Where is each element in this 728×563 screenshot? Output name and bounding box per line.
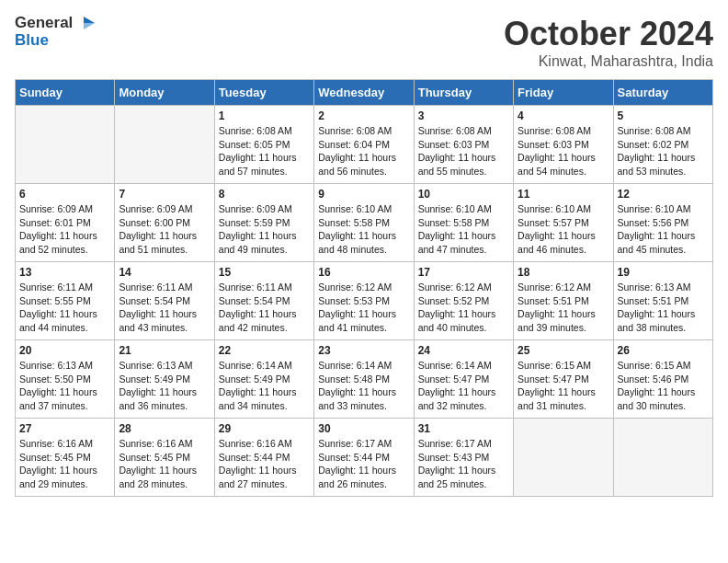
daylight-text: Daylight: 11 hours and 30 minutes. <box>618 385 709 412</box>
calendar-cell: 5 Sunrise: 6:08 AM Sunset: 6:02 PM Dayli… <box>613 106 712 184</box>
sunrise-text: Sunrise: 6:10 AM <box>518 202 609 216</box>
daylight-text: Daylight: 11 hours and 51 minutes. <box>119 229 210 256</box>
sunset-text: Sunset: 5:44 PM <box>318 451 409 465</box>
sunset-text: Sunset: 5:49 PM <box>219 373 310 386</box>
sunset-text: Sunset: 6:03 PM <box>518 138 609 152</box>
sunrise-text: Sunrise: 6:08 AM <box>219 124 310 138</box>
calendar-cell: 23 Sunrise: 6:14 AM Sunset: 5:48 PM Dayl… <box>314 340 414 419</box>
daylight-text: Daylight: 11 hours and 41 minutes. <box>318 307 409 334</box>
calendar-cell: 25 Sunrise: 6:15 AM Sunset: 5:47 PM Dayl… <box>514 340 613 419</box>
day-number: 6 <box>19 188 110 201</box>
day-number: 31 <box>418 422 509 435</box>
daylight-text: Daylight: 11 hours and 33 minutes. <box>318 385 409 412</box>
calendar-week-row: 1 Sunrise: 6:08 AM Sunset: 6:05 PM Dayli… <box>16 106 713 184</box>
logo-bird-icon <box>74 15 95 31</box>
daylight-text: Daylight: 11 hours and 37 minutes. <box>19 385 110 412</box>
daylight-text: Daylight: 11 hours and 43 minutes. <box>119 307 210 334</box>
sunrise-text: Sunrise: 6:11 AM <box>219 281 310 294</box>
sunrise-text: Sunrise: 6:13 AM <box>119 359 210 373</box>
sunset-text: Sunset: 5:53 PM <box>318 294 409 308</box>
sunset-text: Sunset: 5:52 PM <box>418 294 509 308</box>
location-title: Kinwat, Maharashtra, India <box>504 53 713 70</box>
sunset-text: Sunset: 5:49 PM <box>119 373 210 386</box>
calendar-cell: 7 Sunrise: 6:09 AM Sunset: 6:00 PM Dayli… <box>115 184 214 262</box>
day-number: 29 <box>219 422 310 435</box>
sunrise-text: Sunrise: 6:16 AM <box>219 437 310 451</box>
calendar-cell: 2 Sunrise: 6:08 AM Sunset: 6:04 PM Dayli… <box>314 106 414 184</box>
daylight-text: Daylight: 11 hours and 57 minutes. <box>219 151 310 178</box>
daylight-text: Daylight: 11 hours and 55 minutes. <box>418 151 509 178</box>
calendar-cell <box>115 106 214 184</box>
sunrise-text: Sunrise: 6:12 AM <box>518 281 609 294</box>
calendar-cell: 14 Sunrise: 6:11 AM Sunset: 5:54 PM Dayl… <box>115 262 214 340</box>
calendar-cell: 12 Sunrise: 6:10 AM Sunset: 5:56 PM Dayl… <box>613 184 712 262</box>
sunrise-text: Sunrise: 6:08 AM <box>318 124 409 138</box>
day-number: 22 <box>219 344 310 357</box>
day-number: 25 <box>518 344 609 357</box>
sunrise-text: Sunrise: 6:17 AM <box>418 437 509 451</box>
weekday-header-row: SundayMondayTuesdayWednesdayThursdayFrid… <box>16 80 713 106</box>
sunrise-text: Sunrise: 6:11 AM <box>19 281 110 294</box>
daylight-text: Daylight: 11 hours and 39 minutes. <box>518 307 609 334</box>
sunset-text: Sunset: 5:54 PM <box>219 294 310 308</box>
daylight-text: Daylight: 11 hours and 42 minutes. <box>219 307 310 334</box>
weekday-header-cell: Friday <box>514 80 613 106</box>
daylight-text: Daylight: 11 hours and 45 minutes. <box>618 229 709 256</box>
calendar-cell: 9 Sunrise: 6:10 AM Sunset: 5:58 PM Dayli… <box>314 184 414 262</box>
sunset-text: Sunset: 5:46 PM <box>618 373 709 386</box>
sunrise-text: Sunrise: 6:13 AM <box>618 281 709 294</box>
sunset-text: Sunset: 5:58 PM <box>318 216 409 230</box>
calendar-cell: 22 Sunrise: 6:14 AM Sunset: 5:49 PM Dayl… <box>214 340 313 419</box>
day-number: 15 <box>219 266 310 279</box>
calendar-cell: 26 Sunrise: 6:15 AM Sunset: 5:46 PM Dayl… <box>613 340 712 419</box>
day-number: 10 <box>418 188 509 201</box>
daylight-text: Daylight: 11 hours and 29 minutes. <box>19 464 110 490</box>
sunrise-text: Sunrise: 6:10 AM <box>318 202 409 216</box>
daylight-text: Daylight: 11 hours and 26 minutes. <box>318 464 409 490</box>
sunrise-text: Sunrise: 6:09 AM <box>119 202 210 216</box>
sunrise-text: Sunrise: 6:14 AM <box>418 359 509 373</box>
calendar-week-row: 13 Sunrise: 6:11 AM Sunset: 5:55 PM Dayl… <box>16 262 713 340</box>
sunrise-text: Sunrise: 6:12 AM <box>418 281 509 294</box>
day-number: 21 <box>119 344 210 357</box>
day-number: 26 <box>618 344 709 357</box>
calendar-cell: 11 Sunrise: 6:10 AM Sunset: 5:57 PM Dayl… <box>514 184 613 262</box>
calendar-cell: 27 Sunrise: 6:16 AM Sunset: 5:45 PM Dayl… <box>16 419 115 497</box>
sunset-text: Sunset: 5:55 PM <box>19 294 110 308</box>
sunrise-text: Sunrise: 6:14 AM <box>219 359 310 373</box>
weekday-header-cell: Tuesday <box>214 80 313 106</box>
calendar-cell: 28 Sunrise: 6:16 AM Sunset: 5:45 PM Dayl… <box>115 419 214 497</box>
sunset-text: Sunset: 5:44 PM <box>219 451 310 465</box>
sunset-text: Sunset: 6:05 PM <box>219 138 310 152</box>
daylight-text: Daylight: 11 hours and 49 minutes. <box>219 229 310 256</box>
daylight-text: Daylight: 11 hours and 44 minutes. <box>19 307 110 334</box>
day-number: 1 <box>219 109 310 122</box>
calendar-week-row: 27 Sunrise: 6:16 AM Sunset: 5:45 PM Dayl… <box>16 419 713 497</box>
logo-text-general: General <box>15 15 73 32</box>
sunset-text: Sunset: 6:02 PM <box>618 138 709 152</box>
calendar-cell: 10 Sunrise: 6:10 AM Sunset: 5:58 PM Dayl… <box>414 184 513 262</box>
weekday-header-cell: Wednesday <box>314 80 414 106</box>
sunset-text: Sunset: 5:45 PM <box>119 451 210 465</box>
calendar-cell: 30 Sunrise: 6:17 AM Sunset: 5:44 PM Dayl… <box>314 419 414 497</box>
day-number: 3 <box>418 109 509 122</box>
sunrise-text: Sunrise: 6:08 AM <box>618 124 709 138</box>
svg-marker-0 <box>84 17 95 23</box>
sunrise-text: Sunrise: 6:08 AM <box>518 124 609 138</box>
day-number: 19 <box>618 266 709 279</box>
day-number: 7 <box>119 188 210 201</box>
sunrise-text: Sunrise: 6:08 AM <box>418 124 509 138</box>
calendar-body: 1 Sunrise: 6:08 AM Sunset: 6:05 PM Dayli… <box>16 106 713 497</box>
calendar-cell: 19 Sunrise: 6:13 AM Sunset: 5:51 PM Dayl… <box>613 262 712 340</box>
daylight-text: Daylight: 11 hours and 54 minutes. <box>518 151 609 178</box>
calendar-cell: 29 Sunrise: 6:16 AM Sunset: 5:44 PM Dayl… <box>214 419 313 497</box>
calendar-cell: 21 Sunrise: 6:13 AM Sunset: 5:49 PM Dayl… <box>115 340 214 419</box>
calendar-cell: 8 Sunrise: 6:09 AM Sunset: 5:59 PM Dayli… <box>214 184 313 262</box>
sunrise-text: Sunrise: 6:16 AM <box>119 437 210 451</box>
day-number: 2 <box>318 109 409 122</box>
svg-marker-1 <box>84 23 95 29</box>
sunset-text: Sunset: 5:47 PM <box>518 373 609 386</box>
day-number: 20 <box>19 344 110 357</box>
sunrise-text: Sunrise: 6:14 AM <box>318 359 409 373</box>
calendar-cell: 17 Sunrise: 6:12 AM Sunset: 5:52 PM Dayl… <box>414 262 513 340</box>
